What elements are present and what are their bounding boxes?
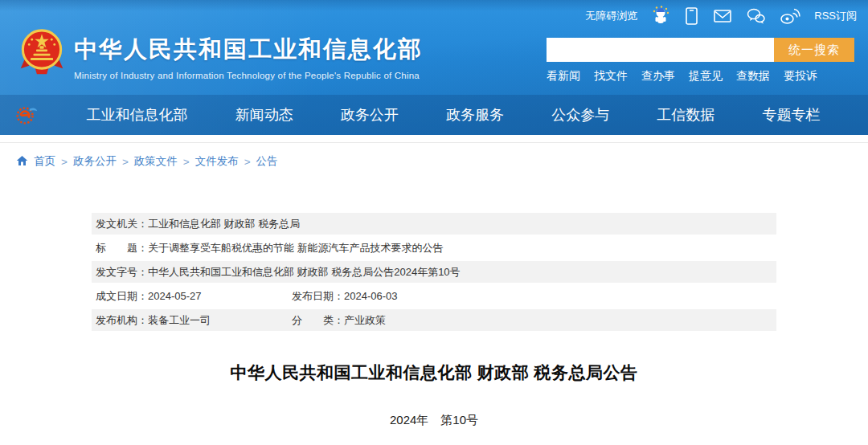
breadcrumb-home[interactable]: 首页 — [34, 154, 55, 169]
nav-item-gov-openness[interactable]: 政务公开 — [341, 105, 399, 125]
utility-topbar: 无障碍浏览 — [585, 0, 857, 32]
breadcrumb-notice[interactable]: 公告 — [256, 154, 278, 169]
accessibility-link[interactable]: 无障碍浏览 — [585, 9, 637, 23]
nav-item-topics[interactable]: 专题专栏 — [762, 105, 820, 125]
miit-e-logo-icon — [13, 101, 40, 129]
weibo-icon[interactable] — [780, 7, 800, 25]
breadcrumb-gov-open[interactable]: 政务公开 — [73, 154, 117, 169]
meta-row-publisher-category: 发布机构： 装备工业一司 分 类： 产业政策 — [92, 309, 776, 331]
quick-link-files[interactable]: 找文件 — [594, 69, 628, 84]
announcement-number: 2024年 第10号 — [0, 413, 868, 428]
meta-label: 成文日期： — [96, 285, 148, 307]
meta-row-dates: 成文日期： 2024-05-27 发布日期： 2024-06-03 — [92, 285, 776, 307]
site-title: 中华人民共和国工业和信息化部 — [74, 34, 423, 66]
main-navbar: 工业和信息化部 新闻动态 政务公开 政务服务 公众参与 工信数据 专题专栏 — [0, 95, 868, 135]
search-button[interactable]: 统一搜索 — [774, 38, 854, 62]
site-subtitle-en: Ministry of Industry and Information Tec… — [74, 71, 423, 80]
document-meta-table: 发文机关： 工业和信息化部 财政部 税务总局 标 题： 关于调整享受车船税优惠的… — [92, 213, 776, 331]
meta-value: 中华人民共和国工业和信息化部 财政部 税务总局公告2024年第10号 — [148, 261, 461, 283]
rss-link[interactable]: RSS订阅 — [814, 9, 857, 23]
mascot-icon[interactable] — [651, 6, 670, 27]
quick-link-feedback[interactable]: 提意见 — [689, 69, 723, 84]
meta-label: 发布机构： — [96, 309, 148, 331]
quick-links: 看新闻 找文件 查办事 提意见 查数据 要投诉 — [547, 69, 854, 84]
meta-value: 关于调整享受车船税优惠的节能 新能源汽车产品技术要求的公告 — [148, 237, 444, 259]
nav-items: 工业和信息化部 新闻动态 政务公开 政务服务 公众参与 工信数据 专题专栏 — [63, 105, 844, 125]
meta-value: 工业和信息化部 财政部 税务总局 — [148, 213, 300, 235]
national-emblem-logo — [19, 27, 64, 77]
breadcrumb-policy[interactable]: 政策文件 — [134, 154, 178, 169]
home-icon[interactable] — [16, 155, 28, 166]
nav-item-participation[interactable]: 公众参与 — [551, 105, 609, 125]
meta-label: 分 类： — [292, 309, 344, 331]
nav-item-miit[interactable]: 工业和信息化部 — [87, 105, 188, 125]
breadcrumb-release[interactable]: 文件发布 — [195, 154, 239, 169]
site-brand[interactable]: 中华人民共和国工业和信息化部 Ministry of Industry and … — [74, 34, 423, 80]
site-header-banner: 无障碍浏览 — [0, 0, 868, 135]
meta-value: 产业政策 — [344, 309, 386, 331]
meta-value: 装备工业一司 — [148, 309, 211, 331]
breadcrumb-separator: > — [244, 156, 251, 168]
header-divider — [0, 135, 868, 143]
search-area: 统一搜索 看新闻 找文件 查办事 提意见 查数据 要投诉 — [547, 38, 854, 84]
quick-link-data[interactable]: 查数据 — [736, 69, 770, 84]
meta-value: 2024-06-03 — [344, 285, 398, 307]
nav-item-news[interactable]: 新闻动态 — [235, 105, 293, 125]
breadcrumb-separator: > — [183, 156, 190, 168]
meta-value: 2024-05-27 — [148, 285, 202, 307]
mail-icon[interactable] — [713, 8, 732, 24]
quick-link-news[interactable]: 看新闻 — [547, 69, 580, 84]
announcement-title: 中华人民共和国工业和信息化部 财政部 税务总局公告 — [0, 361, 868, 384]
meta-label: 发文字号： — [96, 261, 148, 283]
wechat-icon[interactable] — [746, 7, 766, 25]
nav-item-data[interactable]: 工信数据 — [657, 105, 714, 125]
search-input[interactable] — [547, 38, 774, 62]
meta-label: 发布日期： — [292, 285, 344, 307]
meta-row-issuing-agency: 发文机关： 工业和信息化部 财政部 税务总局 — [92, 213, 776, 235]
breadcrumb: 首页 > 政务公开 > 政策文件 > 文件发布 > 公告 — [0, 143, 868, 169]
breadcrumb-separator: > — [61, 156, 68, 168]
nav-item-gov-services[interactable]: 政务服务 — [446, 105, 504, 125]
meta-label: 标 题： — [96, 237, 148, 259]
breadcrumb-separator: > — [122, 156, 129, 168]
meta-row-title: 标 题： 关于调整享受车船税优惠的节能 新能源汽车产品技术要求的公告 — [92, 237, 776, 259]
mobile-icon[interactable] — [684, 6, 699, 26]
meta-label: 发文机关： — [96, 213, 148, 235]
meta-row-doc-number: 发文字号： 中华人民共和国工业和信息化部 财政部 税务总局公告2024年第10号 — [92, 261, 776, 283]
quick-link-services[interactable]: 查办事 — [641, 69, 675, 84]
quick-link-complaint[interactable]: 要投诉 — [784, 69, 817, 84]
